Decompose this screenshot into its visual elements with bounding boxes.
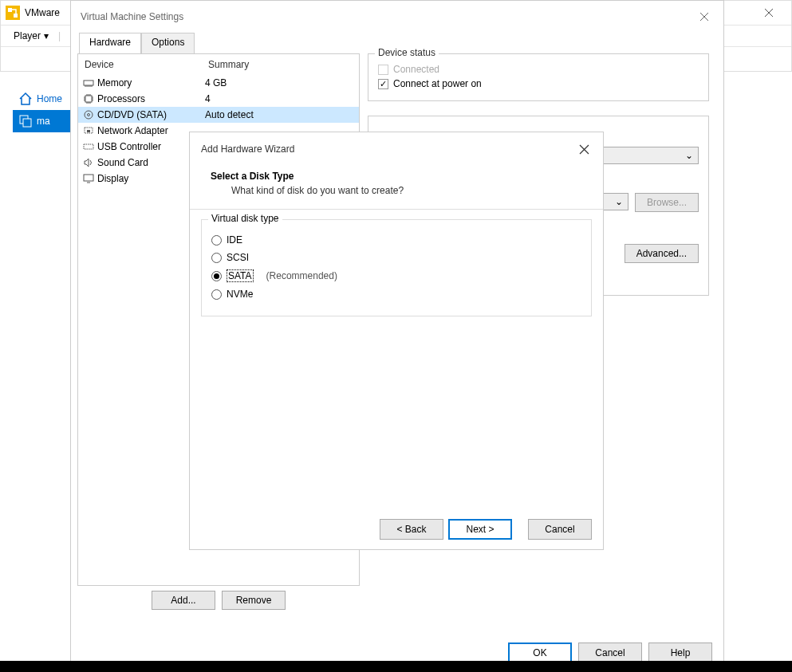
memory-icon [81,77,96,89]
radio-icon [211,271,222,281]
radio-ide[interactable]: IDE [211,231,581,249]
bottom-black-bar [0,661,792,672]
sidebar-vm-label: ma [37,116,50,127]
device-name: Processors [96,93,205,104]
connect-power-checkbox-row[interactable]: Connect at power on [378,77,699,91]
wizard-cancel-button[interactable]: Cancel [528,519,592,540]
radio-ide-label: IDE [227,234,242,246]
add-button[interactable]: Add... [152,591,215,610]
svg-rect-10 [84,144,93,149]
remove-button[interactable]: Remove [222,591,286,610]
device-name: CD/DVD (SATA) [96,109,205,120]
usb-icon [81,140,96,153]
radio-scsi[interactable]: SCSI [211,249,581,266]
device-row-cddvd[interactable]: CD/DVD (SATA) Auto detect [78,107,359,123]
device-summary: Auto detect [205,109,356,120]
radio-sata[interactable]: SATA (Recommended) [211,266,581,285]
device-table-header: Device Summary [78,54,359,75]
tab-hardware[interactable]: Hardware [79,33,141,53]
menu-player[interactable]: Player ▾ [7,27,55,45]
recommended-label: (Recommended) [266,270,337,281]
chevron-down-icon: ⌄ [615,196,623,207]
sidebar-item-home[interactable]: Home [13,88,77,110]
vmware-icon [6,6,20,20]
radio-sata-label: SATA [227,269,254,282]
next-button[interactable]: Next > [448,519,512,540]
add-remove-bar: Add... Remove [77,591,360,615]
svg-rect-11 [84,175,93,181]
disk-type-group: Virtual disk type IDE SCSI SATA (Recomme… [201,219,592,316]
add-hardware-wizard: Add Hardware Wizard Select a Disk Type W… [189,132,604,550]
sidebar: Home ma [13,88,77,132]
device-row-processors[interactable]: Processors 4 [78,91,359,107]
svg-rect-4 [84,81,93,85]
connected-label: Connected [393,64,439,75]
browse-button[interactable]: Browse... [635,193,699,212]
svg-rect-5 [85,96,92,102]
wizard-titlebar: Add Hardware Wizard [190,132,603,166]
advanced-button[interactable]: Advanced... [625,244,699,263]
connect-power-checkbox[interactable] [378,79,388,89]
main-window-title: VMware [25,7,60,18]
disc-icon [81,108,96,121]
settings-titlebar: Virtual Machine Settings [71,1,723,33]
radio-icon [211,253,222,263]
svg-rect-0 [8,8,12,12]
wizard-subheading: What kind of disk do you want to create? [211,185,582,196]
sound-icon [81,156,96,169]
col-summary-header: Summary [208,59,353,70]
chevron-down-icon: ▾ [44,30,49,41]
menu-player-label: Player [14,30,41,41]
wizard-close-button[interactable] [576,141,592,157]
tab-options[interactable]: Options [141,33,195,53]
sidebar-home-label: Home [37,93,62,104]
connect-power-label: Connect at power on [393,78,482,89]
device-summary: 4 GB [205,77,356,88]
network-icon [81,124,96,137]
sidebar-item-vm[interactable]: ma [13,110,77,132]
device-row-memory[interactable]: Memory 4 GB [78,75,359,91]
connected-checkbox[interactable] [378,65,388,75]
radio-scsi-label: SCSI [227,252,249,263]
cpu-icon [81,92,96,105]
svg-rect-1 [14,14,18,18]
wizard-footer: < Back Next > Cancel [380,519,592,540]
wizard-body: Virtual disk type IDE SCSI SATA (Recomme… [190,210,603,326]
col-device-header: Device [85,59,208,70]
disk-type-group-title: Virtual disk type [208,213,282,224]
chevron-down-icon: ⌄ [685,150,693,161]
device-status-title: Device status [375,47,439,58]
radio-icon [211,289,222,300]
connected-checkbox-row[interactable]: Connected [378,62,699,77]
menu-separator: | [58,30,61,41]
device-status-group: Device status Connected Connect at power… [368,53,709,101]
device-name: Memory [96,77,205,88]
display-icon [81,172,96,185]
home-icon [18,91,33,107]
wizard-heading: Select a Disk Type [211,171,582,182]
radio-nvme-label: NVMe [227,289,253,300]
main-close-button[interactable] [751,1,786,25]
settings-title: Virtual Machine Settings [81,11,183,22]
back-button[interactable]: < Back [380,519,443,540]
svg-rect-9 [87,130,90,132]
svg-point-6 [85,111,93,119]
radio-nvme[interactable]: NVMe [211,285,581,303]
svg-rect-3 [23,119,31,127]
wizard-header: Select a Disk Type What kind of disk do … [190,166,603,209]
svg-point-7 [88,114,90,116]
device-summary: 4 [205,93,356,104]
vm-icon [18,113,33,129]
wizard-title-text: Add Hardware Wizard [201,143,294,155]
radio-icon [211,235,222,246]
settings-close-button[interactable] [695,7,714,26]
